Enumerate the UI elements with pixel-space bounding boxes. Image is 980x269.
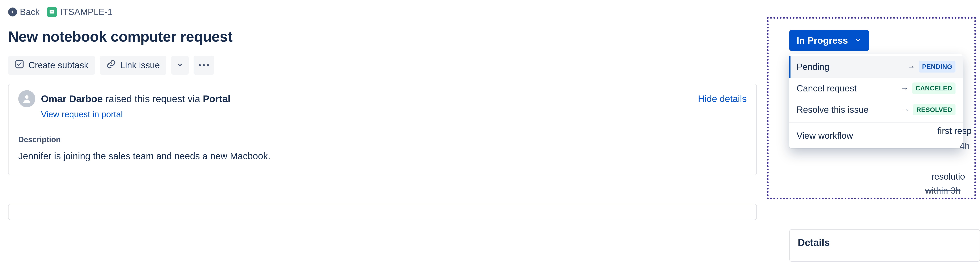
back-label: Back [20, 6, 40, 18]
status-lozenge: CANCELED [912, 82, 955, 94]
details-header: Details [798, 237, 830, 248]
sla-first-response-time: 4h [960, 140, 980, 152]
issue-key-link[interactable]: ITSAMPLE-1 [47, 6, 113, 18]
transition-pending[interactable]: Pending → PENDING [789, 56, 963, 78]
status-lozenge: RESOLVED [913, 104, 955, 115]
transition-cancel-request[interactable]: Cancel request → CANCELED [789, 78, 963, 99]
secondary-panel [8, 204, 757, 220]
link-issue-more-button[interactable] [171, 56, 189, 75]
side-column: In Progress Pending → PENDING Cancel req… [757, 6, 972, 220]
transition-resolve-issue[interactable]: Resolve this issue → RESOLVED [789, 99, 963, 120]
svg-rect-1 [51, 11, 53, 11]
link-icon [106, 59, 116, 71]
arrow-right-icon: → [901, 104, 909, 115]
more-icon [199, 64, 209, 66]
hide-details-link[interactable]: Hide details [698, 92, 747, 105]
details-panel[interactable]: Details [789, 229, 980, 262]
sla-resolution-time: within 3h [925, 184, 980, 197]
status-current-label: In Progress [797, 35, 848, 46]
back-link[interactable]: Back [8, 6, 40, 18]
request-origin-text: Omar Darboe raised this request via Port… [41, 92, 231, 106]
subtask-icon [14, 59, 24, 71]
request-channel: Portal [203, 93, 231, 104]
transition-label: Resolve this issue [797, 103, 869, 116]
chevron-down-icon [854, 35, 862, 46]
status-dropdown-menu: Pending → PENDING Cancel request → CANCE… [789, 54, 963, 148]
chevron-down-icon [177, 60, 183, 70]
breadcrumb: Back ITSAMPLE-1 [8, 6, 757, 18]
transition-label: Cancel request [797, 82, 857, 94]
transition-label: Pending [797, 61, 829, 73]
link-issue-label: Link issue [120, 60, 160, 70]
more-actions-button[interactable] [194, 56, 214, 75]
arrow-right-icon: → [900, 82, 908, 94]
toolbar: Create subtask Link issue [8, 56, 757, 75]
arrow-left-circle-icon [8, 8, 17, 16]
issue-key: ITSAMPLE-1 [60, 6, 113, 18]
svg-point-3 [25, 95, 29, 99]
reporter-name[interactable]: Omar Darboe [41, 93, 103, 104]
create-subtask-label: Create subtask [29, 60, 89, 70]
svg-rect-0 [50, 10, 54, 14]
description-text: Jennifer is joining the sales team and n… [18, 149, 747, 163]
view-workflow-link[interactable]: View workflow [789, 125, 963, 146]
service-request-icon [47, 7, 57, 17]
request-panel: Omar Darboe raised this request via Port… [8, 84, 757, 175]
sla-first-response-label: first resp [937, 125, 980, 137]
view-in-portal-link[interactable]: View request in portal [41, 109, 123, 120]
avatar [18, 90, 35, 107]
sla-resolution-label: resolutio [931, 170, 980, 183]
description-label: Description [18, 134, 747, 145]
link-issue-button[interactable]: Link issue [100, 56, 166, 75]
page-title: New notebook computer request [8, 26, 757, 47]
arrow-right-icon: → [907, 61, 915, 72]
status-dropdown-button[interactable]: In Progress [789, 30, 869, 51]
divider [789, 123, 963, 123]
status-lozenge: PENDING [919, 61, 955, 72]
create-subtask-button[interactable]: Create subtask [8, 56, 95, 75]
